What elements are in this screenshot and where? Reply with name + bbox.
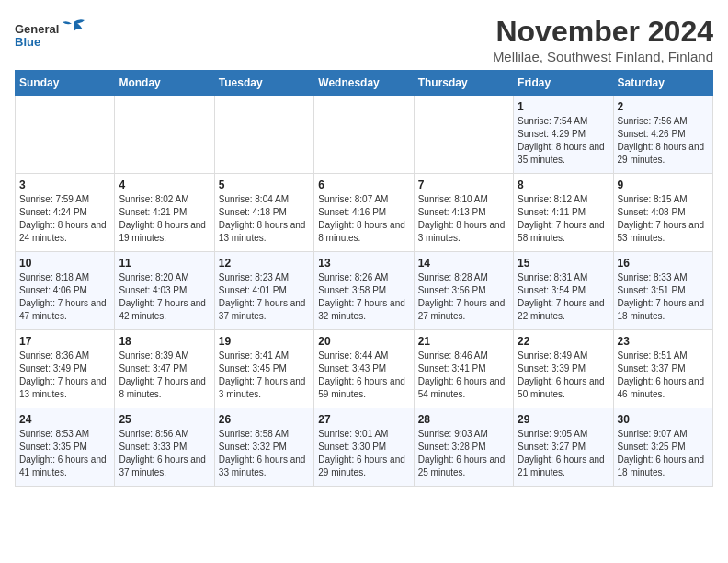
day-number: 2 <box>618 100 709 113</box>
day-content: Sunrise: 8:56 AM Sunset: 3:33 PM Dayligh… <box>119 428 210 479</box>
page-title: November 2024 <box>493 15 713 49</box>
day-number: 17 <box>19 335 110 348</box>
day-number: 6 <box>318 178 409 191</box>
day-content: Sunrise: 7:54 AM Sunset: 4:29 PM Dayligh… <box>518 115 609 167</box>
day-number: 24 <box>19 413 110 426</box>
calendar-cell: 5Sunrise: 8:04 AM Sunset: 4:18 PM Daylig… <box>214 174 313 252</box>
calendar-cell: 21Sunrise: 8:46 AM Sunset: 3:41 PM Dayli… <box>414 330 513 408</box>
title-block: November 2024 Mellilae, Southwest Finlan… <box>493 15 713 64</box>
day-header-tuesday: Tuesday <box>214 71 313 96</box>
day-number: 13 <box>318 257 409 270</box>
day-content: Sunrise: 8:02 AM Sunset: 4:21 PM Dayligh… <box>119 193 210 245</box>
calendar-cell: 27Sunrise: 9:01 AM Sunset: 3:30 PM Dayli… <box>314 408 414 487</box>
day-content: Sunrise: 8:26 AM Sunset: 3:58 PM Dayligh… <box>318 271 409 323</box>
calendar-cell: 18Sunrise: 8:39 AM Sunset: 3:47 PM Dayli… <box>115 330 214 408</box>
day-number: 11 <box>119 257 210 270</box>
calendar-cell: 11Sunrise: 8:20 AM Sunset: 4:03 PM Dayli… <box>115 252 214 330</box>
calendar-cell: 14Sunrise: 8:28 AM Sunset: 3:56 PM Dayli… <box>414 252 513 330</box>
day-content: Sunrise: 7:59 AM Sunset: 4:24 PM Dayligh… <box>19 193 110 245</box>
calendar-body: 1Sunrise: 7:54 AM Sunset: 4:29 PM Daylig… <box>16 96 713 487</box>
logo-bird-icon <box>61 18 86 39</box>
calendar-table: SundayMondayTuesdayWednesdayThursdayFrid… <box>15 70 713 487</box>
day-content: Sunrise: 8:36 AM Sunset: 3:49 PM Dayligh… <box>19 350 110 401</box>
day-header-thursday: Thursday <box>414 71 513 96</box>
calendar-cell: 8Sunrise: 8:12 AM Sunset: 4:11 PM Daylig… <box>514 174 613 252</box>
day-header-friday: Friday <box>514 71 613 96</box>
day-number: 22 <box>518 335 609 348</box>
calendar-cell: 22Sunrise: 8:49 AM Sunset: 3:39 PM Dayli… <box>514 330 613 408</box>
logo-general-text: General <box>15 22 59 36</box>
calendar-cell: 3Sunrise: 7:59 AM Sunset: 4:24 PM Daylig… <box>16 174 115 252</box>
calendar-cell: 29Sunrise: 9:05 AM Sunset: 3:27 PM Dayli… <box>514 408 613 487</box>
calendar-week-row: 10Sunrise: 8:18 AM Sunset: 4:06 PM Dayli… <box>16 252 713 330</box>
day-number: 27 <box>318 413 409 426</box>
day-content: Sunrise: 8:41 AM Sunset: 3:45 PM Dayligh… <box>219 350 310 401</box>
calendar-cell: 28Sunrise: 9:03 AM Sunset: 3:28 PM Dayli… <box>414 408 513 487</box>
logo: General Blue <box>15 18 86 49</box>
day-content: Sunrise: 8:53 AM Sunset: 3:35 PM Dayligh… <box>19 428 110 479</box>
day-content: Sunrise: 8:33 AM Sunset: 3:51 PM Dayligh… <box>618 271 709 323</box>
calendar-cell: 12Sunrise: 8:23 AM Sunset: 4:01 PM Dayli… <box>214 252 313 330</box>
calendar-week-row: 3Sunrise: 7:59 AM Sunset: 4:24 PM Daylig… <box>16 174 713 252</box>
calendar-cell <box>314 96 414 174</box>
day-content: Sunrise: 8:20 AM Sunset: 4:03 PM Dayligh… <box>119 271 210 323</box>
calendar-cell: 24Sunrise: 8:53 AM Sunset: 3:35 PM Dayli… <box>16 408 115 487</box>
day-content: Sunrise: 7:56 AM Sunset: 4:26 PM Dayligh… <box>618 115 709 167</box>
day-number: 26 <box>219 413 310 426</box>
day-number: 1 <box>518 100 609 113</box>
calendar-cell: 19Sunrise: 8:41 AM Sunset: 3:45 PM Dayli… <box>214 330 313 408</box>
day-content: Sunrise: 8:58 AM Sunset: 3:32 PM Dayligh… <box>219 428 310 479</box>
day-number: 7 <box>418 178 509 191</box>
calendar-cell <box>16 96 115 174</box>
calendar-cell: 23Sunrise: 8:51 AM Sunset: 3:37 PM Dayli… <box>613 330 712 408</box>
day-content: Sunrise: 8:18 AM Sunset: 4:06 PM Dayligh… <box>19 271 110 323</box>
day-number: 19 <box>219 335 310 348</box>
day-number: 30 <box>618 413 709 426</box>
day-number: 18 <box>119 335 210 348</box>
day-content: Sunrise: 9:03 AM Sunset: 3:28 PM Dayligh… <box>418 428 509 479</box>
day-content: Sunrise: 8:23 AM Sunset: 4:01 PM Dayligh… <box>219 271 310 323</box>
day-number: 10 <box>19 257 110 270</box>
day-content: Sunrise: 8:51 AM Sunset: 3:37 PM Dayligh… <box>618 350 709 401</box>
day-header-sunday: Sunday <box>16 71 115 96</box>
day-number: 16 <box>618 257 709 270</box>
calendar-cell: 26Sunrise: 8:58 AM Sunset: 3:32 PM Dayli… <box>214 408 313 487</box>
day-number: 21 <box>418 335 509 348</box>
day-number: 12 <box>219 257 310 270</box>
calendar-cell <box>115 96 214 174</box>
calendar-cell: 4Sunrise: 8:02 AM Sunset: 4:21 PM Daylig… <box>115 174 214 252</box>
calendar-cell: 9Sunrise: 8:15 AM Sunset: 4:08 PM Daylig… <box>613 174 712 252</box>
day-number: 5 <box>219 178 310 191</box>
day-number: 20 <box>318 335 409 348</box>
day-content: Sunrise: 8:44 AM Sunset: 3:43 PM Dayligh… <box>318 350 409 401</box>
day-number: 25 <box>119 413 210 426</box>
page-subtitle: Mellilae, Southwest Finland, Finland <box>493 49 713 64</box>
day-content: Sunrise: 8:46 AM Sunset: 3:41 PM Dayligh… <box>418 350 509 401</box>
day-content: Sunrise: 8:28 AM Sunset: 3:56 PM Dayligh… <box>418 271 509 323</box>
day-header-wednesday: Wednesday <box>314 71 414 96</box>
calendar-cell: 25Sunrise: 8:56 AM Sunset: 3:33 PM Dayli… <box>115 408 214 487</box>
calendar-week-row: 1Sunrise: 7:54 AM Sunset: 4:29 PM Daylig… <box>16 96 713 174</box>
day-content: Sunrise: 8:07 AM Sunset: 4:16 PM Dayligh… <box>318 193 409 245</box>
calendar-cell: 10Sunrise: 8:18 AM Sunset: 4:06 PM Dayli… <box>16 252 115 330</box>
day-content: Sunrise: 8:39 AM Sunset: 3:47 PM Dayligh… <box>119 350 210 401</box>
day-content: Sunrise: 8:12 AM Sunset: 4:11 PM Dayligh… <box>518 193 609 245</box>
day-number: 4 <box>119 178 210 191</box>
calendar-cell: 17Sunrise: 8:36 AM Sunset: 3:49 PM Dayli… <box>16 330 115 408</box>
day-content: Sunrise: 8:49 AM Sunset: 3:39 PM Dayligh… <box>518 350 609 401</box>
day-header-saturday: Saturday <box>613 71 712 96</box>
day-number: 23 <box>618 335 709 348</box>
day-number: 14 <box>418 257 509 270</box>
calendar-cell: 7Sunrise: 8:10 AM Sunset: 4:13 PM Daylig… <box>414 174 513 252</box>
calendar-cell: 15Sunrise: 8:31 AM Sunset: 3:54 PM Dayli… <box>514 252 613 330</box>
day-content: Sunrise: 9:07 AM Sunset: 3:25 PM Dayligh… <box>618 428 709 479</box>
calendar-week-row: 17Sunrise: 8:36 AM Sunset: 3:49 PM Dayli… <box>16 330 713 408</box>
calendar-cell <box>414 96 513 174</box>
day-content: Sunrise: 9:05 AM Sunset: 3:27 PM Dayligh… <box>518 428 609 479</box>
calendar-cell: 20Sunrise: 8:44 AM Sunset: 3:43 PM Dayli… <box>314 330 414 408</box>
calendar-cell <box>214 96 313 174</box>
calendar-cell: 30Sunrise: 9:07 AM Sunset: 3:25 PM Dayli… <box>613 408 712 487</box>
calendar-cell: 16Sunrise: 8:33 AM Sunset: 3:51 PM Dayli… <box>613 252 712 330</box>
calendar-cell: 1Sunrise: 7:54 AM Sunset: 4:29 PM Daylig… <box>514 96 613 174</box>
day-content: Sunrise: 9:01 AM Sunset: 3:30 PM Dayligh… <box>318 428 409 479</box>
